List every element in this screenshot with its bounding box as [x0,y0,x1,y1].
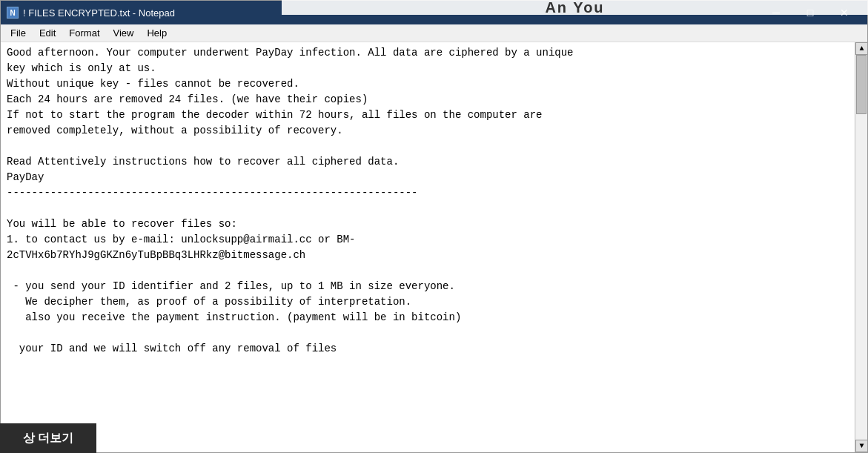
menu-bar: File Edit Format View Help [1,24,867,42]
content-area: Good afternoon. Your computer underwent … [1,42,867,452]
menu-edit[interactable]: Edit [33,25,62,41]
bottom-overlay-label: 상 더보기 [0,423,96,453]
title-bar-left: N ! FILES ENCRYPTED.txt - Notepad [7,7,175,19]
scroll-thumb[interactable] [856,55,867,114]
scroll-track[interactable] [855,55,867,440]
window-title: ! FILES ENCRYPTED.txt - Notepad [23,7,175,19]
menu-file[interactable]: File [4,25,33,41]
menu-view[interactable]: View [107,25,141,41]
scroll-down-button[interactable]: ▼ [855,440,867,452]
menu-help[interactable]: Help [140,25,173,41]
menu-format[interactable]: Format [62,25,106,41]
vertical-scrollbar[interactable]: ▲ ▼ [855,42,867,452]
scroll-up-button[interactable]: ▲ [855,42,867,55]
text-content[interactable]: Good afternoon. Your computer underwent … [1,42,855,452]
notepad-icon: N [7,7,19,19]
notepad-window: N ! FILES ENCRYPTED.txt - Notepad ─ □ ✕ … [0,0,868,453]
top-app-title-overlay: An You [282,0,868,15]
